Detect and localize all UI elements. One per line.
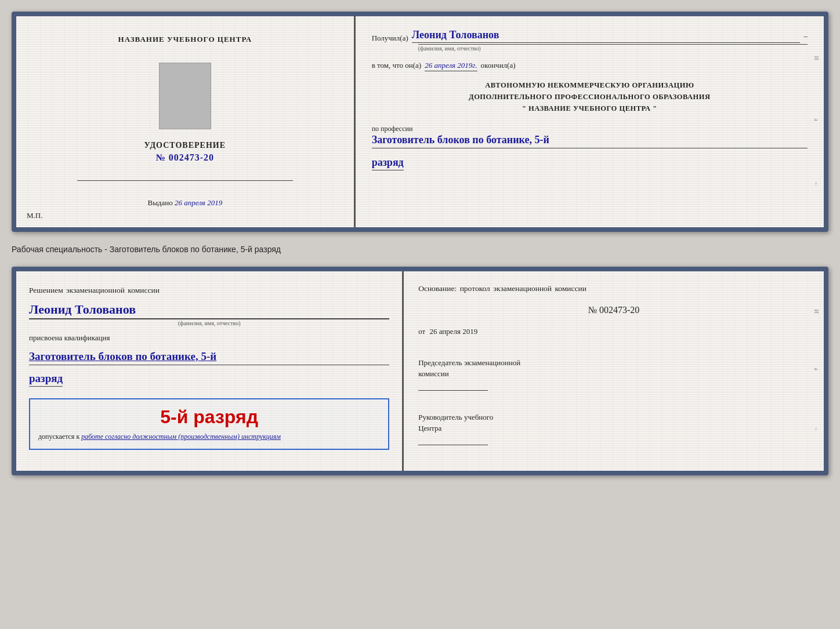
sig-line-predsedatel <box>418 390 488 391</box>
razryad-hand: разряд <box>29 372 63 387</box>
recipient-row: Получил(а) Леонид Толованов – <box>372 29 808 43</box>
predsedatel-section: Председатель экзаменационной комиссии <box>418 357 809 392</box>
center-name-top: НАЗВАНИЕ УЧЕБНОГО ЦЕНТРА <box>118 34 252 45</box>
rukovoditel-section: Руководитель учебного Центра <box>418 406 809 445</box>
razryad-val-1: разряд <box>372 157 404 170</box>
predsedatel-label: Председатель экзаменационной комиссии <box>418 357 809 380</box>
kval-name: Заготовитель блоков по ботанике, 5-й <box>29 350 389 366</box>
highlight-box: 5-й разряд допускается к работе согласно… <box>29 398 389 450</box>
recipient-name: Леонид Толованов <box>412 29 801 43</box>
ot-date-val: 26 апреля 2019 <box>429 327 477 336</box>
edge-mark-3: ← <box>813 181 819 187</box>
card1-left: НАЗВАНИЕ УЧЕБНОГО ЦЕНТРА УДОСТОВЕРЕНИЕ №… <box>16 16 356 227</box>
right-edge-marks-1: И а ← <box>813 28 819 216</box>
predsedatel-line2: комиссии <box>418 368 809 380</box>
rukovoditel-line1: Руководитель учебного <box>418 412 809 423</box>
org-line2: ДОПОЛНИТЕЛЬНОГО ПРОФЕССИОНАЛЬНОГО ОБРАЗО… <box>372 91 808 103</box>
document-container: НАЗВАНИЕ УЧЕБНОГО ЦЕНТРА УДОСТОВЕРЕНИЕ №… <box>12 12 828 475</box>
ot-date-row: от 26 апреля 2019 <box>418 327 809 336</box>
certificate-card-1: НАЗВАНИЕ УЧЕБНОГО ЦЕНТРА УДОСТОВЕРЕНИЕ №… <box>12 12 828 232</box>
card2-razryad-section: разряд <box>29 372 389 387</box>
po-professii-section: по профессии Заготовитель блоков по бота… <box>372 122 808 148</box>
po-professii-label: по профессии <box>372 125 808 133</box>
vydano-date: 26 апреля 2019 <box>175 198 222 207</box>
ot-prefix: от <box>418 327 425 336</box>
rukovoditel-line2: Центра <box>418 423 809 434</box>
signature-line-1 <box>77 180 293 181</box>
prisvoena-text: присвоена квалификация <box>29 333 389 343</box>
vtom-prefix: в том, что он(а) <box>372 61 422 70</box>
org-block: АВТОНОМНУЮ НЕКОММЕРЧЕСКУЮ ОРГАНИЗАЦИЮ ДО… <box>372 79 808 114</box>
udost-label: УДОСТОВЕРЕНИЕ <box>144 141 226 150</box>
edge-mark-1: И <box>813 56 819 62</box>
rukovoditel-label: Руководитель учебного Центра <box>418 412 809 434</box>
edge-mark-c2: а <box>813 368 819 373</box>
dopuskaetsya-italic: работе согласно должностным (производств… <box>81 432 281 441</box>
resheniem-text: Решением экзаменационной комиссии <box>29 286 389 295</box>
fio-sublabel-2: (фамилия, имя, отчество) <box>29 319 389 326</box>
dopuskaetsya-text: допускается к работе согласно должностны… <box>38 431 380 442</box>
recipient-section: Получил(а) Леонид Толованов – (фамилия, … <box>372 29 808 52</box>
poluchil-prefix: Получил(а) <box>372 34 408 43</box>
predsedatel-line1: Председатель экзаменационной <box>418 357 809 369</box>
card2-left: Решением экзаменационной комиссии Леонид… <box>16 271 404 471</box>
card1-right: Получил(а) Леонид Толованов – (фамилия, … <box>356 16 824 227</box>
person-name-large: Леонид Толованов <box>29 302 389 319</box>
separator-text: Рабочая специальность - Заготовитель бло… <box>12 242 828 256</box>
right-edge-marks-2: И а ← <box>813 283 819 459</box>
profession-name: Заготовитель блоков по ботанике, 5-й <box>372 133 808 148</box>
protocol-number: № 002473-20 <box>418 305 809 315</box>
edge-mark-2: а <box>813 119 819 125</box>
fio-sublabel-1: (фамилия, имя, отчество) <box>418 44 808 52</box>
org-line3: " НАЗВАНИЕ УЧЕБНОГО ЦЕНТРА " <box>372 103 808 114</box>
spacer-1 <box>418 344 809 349</box>
sig-line-rukovoditel <box>418 445 488 445</box>
edge-mark-c3: ← <box>813 427 819 432</box>
photo-placeholder <box>159 63 211 129</box>
mp-label: М.П. <box>27 211 42 220</box>
card2-person-section: Леонид Толованов (фамилия, имя, отчество… <box>29 302 389 326</box>
okonchil: окончил(а) <box>481 61 516 70</box>
vtom-row: в том, что он(а) 26 апреля 2019г. окончи… <box>372 61 808 71</box>
dopuskaetsya-prefix: допускается к <box>38 432 79 441</box>
vydano-prefix: Выдано <box>147 198 172 207</box>
razryad-section-1: разряд <box>372 157 808 170</box>
vydano-row: Выдано 26 апреля 2019 <box>147 198 222 208</box>
org-line1: АВТОНОМНУЮ НЕКОММЕРЧЕСКУЮ ОРГАНИЗАЦИЮ <box>372 79 808 91</box>
card2-right: Основание: протокол экзаменационной коми… <box>404 271 824 471</box>
vtom-date: 26 апреля 2019г. <box>425 61 477 71</box>
osnovanie-text: Основание: протокол экзаменационной коми… <box>418 284 809 293</box>
razryad-big-text: 5-й разряд <box>38 406 380 428</box>
udost-number: № 002473-20 <box>156 152 214 163</box>
certificate-card-2: Решением экзаменационной комиссии Леонид… <box>12 267 828 475</box>
dash1: – <box>803 31 808 43</box>
edge-mark-c1: И <box>813 309 819 315</box>
